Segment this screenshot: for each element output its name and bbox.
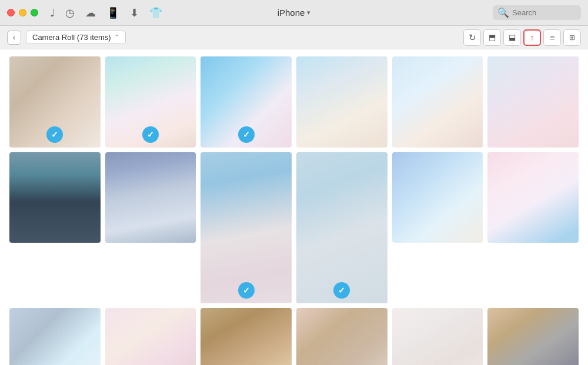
cloud-icon[interactable]: ☁	[85, 6, 96, 19]
clock-icon[interactable]: ◷	[65, 6, 75, 19]
photo-item[interactable]: ✓	[105, 56, 196, 148]
photo-item[interactable]	[392, 308, 483, 365]
app-toolbar-icons: ♩ ◷ ☁ 📱 ⬇ 👕	[50, 6, 162, 19]
download-icon[interactable]: ⬇	[130, 6, 139, 19]
import-icon: ⬓	[509, 33, 516, 42]
chevron-up-icon: ⌃	[114, 34, 119, 41]
photo-item[interactable]	[9, 308, 101, 365]
photo-item[interactable]: ✓	[201, 152, 292, 304]
photo-item[interactable]	[487, 308, 579, 365]
photo-item[interactable]	[392, 152, 483, 243]
photo-row-3	[9, 308, 579, 365]
window-controls	[7, 9, 38, 16]
check-mark: ✓	[238, 126, 255, 143]
check-mark: ✓	[46, 126, 63, 143]
photo-item[interactable]	[392, 56, 483, 148]
nav-right-actions: ↻ ⬒ ⬓ ↑ ≡ ⊞	[463, 29, 581, 46]
list-view-button[interactable]: ≡	[543, 29, 561, 46]
album-selector[interactable]: Camera Roll (73 items) ⌃	[26, 31, 126, 44]
maximize-button[interactable]	[31, 9, 38, 16]
chevron-down-icon: ▾	[307, 9, 310, 16]
photo-item[interactable]	[105, 152, 196, 243]
search-icon: 🔍	[497, 7, 509, 18]
shirt-icon[interactable]: 👕	[149, 6, 162, 19]
list-icon: ≡	[550, 33, 554, 42]
photo-row-2: ✓ ✓	[9, 152, 579, 304]
search-input[interactable]	[512, 8, 576, 17]
title-bar: ♩ ◷ ☁ 📱 ⬇ 👕 iPhone ▾ 🔍	[0, 0, 588, 26]
photo-item[interactable]	[296, 56, 387, 148]
back-icon: ‹	[13, 33, 15, 42]
grid-view-button[interactable]: ⊞	[563, 29, 581, 46]
check-mark: ✓	[238, 282, 255, 299]
phone-icon[interactable]: 📱	[106, 6, 119, 19]
photo-item[interactable]	[9, 152, 101, 243]
upload-button[interactable]: ↑	[523, 29, 541, 46]
minimize-button[interactable]	[19, 9, 26, 16]
album-name: Camera Roll (73 items)	[32, 33, 111, 42]
refresh-button[interactable]: ↻	[463, 29, 481, 46]
check-mark: ✓	[142, 126, 159, 143]
search-bar[interactable]: 🔍	[493, 5, 581, 20]
grid-icon: ⊞	[569, 34, 575, 42]
photo-item[interactable]: ✓	[201, 56, 292, 148]
close-button[interactable]	[7, 9, 15, 16]
refresh-icon: ↻	[469, 32, 476, 43]
photo-item[interactable]: ✓	[296, 152, 387, 304]
music-icon[interactable]: ♩	[50, 6, 55, 19]
photo-content: ✓ ✓ ✓ ✓ ✓	[0, 49, 588, 365]
photo-item[interactable]	[296, 308, 387, 365]
upload-icon: ↑	[530, 33, 534, 42]
photo-item[interactable]	[105, 308, 196, 365]
photo-item[interactable]	[487, 56, 579, 148]
export-button[interactable]: ⬒	[483, 29, 501, 46]
check-mark: ✓	[333, 282, 350, 299]
photo-item[interactable]	[201, 308, 292, 365]
back-button[interactable]: ‹	[7, 31, 21, 45]
device-name: iPhone	[278, 8, 305, 18]
export-icon: ⬒	[489, 33, 496, 42]
photo-row-1: ✓ ✓ ✓	[9, 56, 579, 148]
nav-bar: ‹ Camera Roll (73 items) ⌃ ↻ ⬒ ⬓ ↑ ≡ ⊞	[0, 26, 588, 49]
photo-item[interactable]	[487, 152, 579, 243]
import-button[interactable]: ⬓	[503, 29, 521, 46]
device-title[interactable]: iPhone ▾	[278, 8, 311, 18]
photo-item[interactable]: ✓	[9, 56, 101, 148]
